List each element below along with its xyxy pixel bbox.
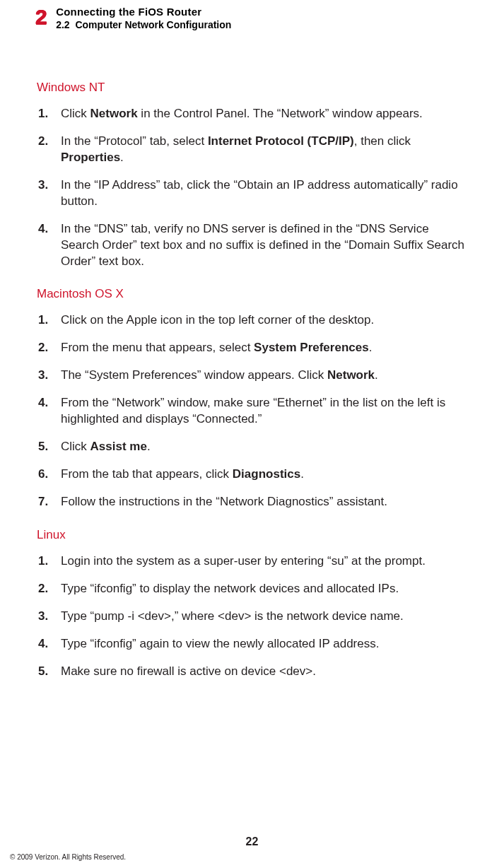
page-header: 2 Connecting the FiOS Router 2.2 Compute… [0,0,504,30]
chapter-title: Connecting the FiOS Router [56,6,231,18]
header-titles: Connecting the FiOS Router 2.2 Computer … [56,6,231,30]
heading-windows-nt: Windows NT [37,80,467,96]
list-item: Click on the Apple icon in the top left … [58,312,467,329]
list-item: Type “pump -i <dev>,” where <dev> is the… [58,609,467,625]
heading-macosx: Macintosh OS X [37,286,467,303]
page-content: Windows NT Click Network in the Control … [0,30,504,680]
list-item: Login into the system as a super-user by… [58,553,467,570]
list-item: Type “ifconfig” again to view the newly … [58,636,467,652]
steps-windows-nt: Click Network in the Control Panel. The … [37,106,467,270]
list-item: Make sure no firewall is active on devic… [58,664,467,680]
list-item: In the “Protocol” tab, select Internet P… [58,134,467,166]
list-item: In the “DNS” tab, verify no DNS server i… [58,221,467,270]
list-item: From the “Network” window, make sure “Et… [58,395,467,428]
copyright: © 2009 Verizon. All Rights Reserved. [10,853,126,861]
section-title: Computer Network Configuration [75,19,231,30]
page-number: 22 [0,835,504,848]
heading-linux: Linux [37,527,467,544]
list-item: Type “ifconfig” to display the network d… [58,581,467,597]
list-item: In the “IP Address” tab, click the “Obta… [58,177,467,210]
list-item: From the tab that appears, click Diagnos… [58,467,467,483]
list-item: Click Network in the Control Panel. The … [58,106,467,122]
steps-linux: Login into the system as a super-user by… [37,553,467,680]
section-number: 2.2 [56,19,69,30]
section-line: 2.2 Computer Network Configuration [56,19,231,30]
list-item: From the menu that appears, select Syste… [58,340,467,356]
list-item: Click Assist me. [58,439,467,455]
list-item: The “System Preferences” window appears.… [58,368,467,384]
list-item: Follow the instructions in the “Network … [58,494,467,510]
steps-macosx: Click on the Apple icon in the top left … [37,312,467,510]
chapter-number: 2 [35,6,47,28]
